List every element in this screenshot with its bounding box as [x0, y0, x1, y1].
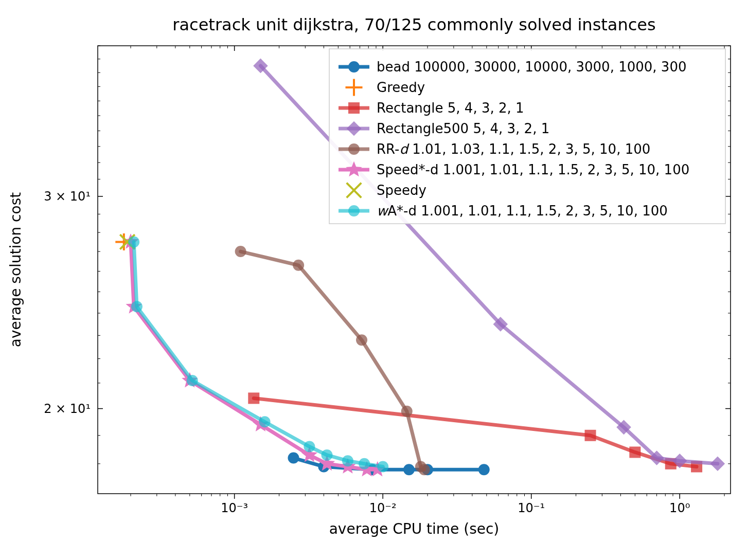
svg-point-145 — [419, 464, 430, 475]
svg-point-159 — [187, 375, 198, 386]
x-tick-label: 10⁻¹ — [518, 501, 545, 515]
svg-point-168 — [348, 61, 360, 73]
chart-title: racetrack unit dijkstra, 70/125 commonly… — [172, 15, 655, 34]
legend-entry: wA*-d 1.001, 1.01, 1.1, 1.5, 2, 3, 5, 10… — [377, 203, 668, 219]
x-axis-label: average CPU time (sec) — [329, 520, 500, 537]
x-tick-label: 10⁰ — [669, 501, 690, 515]
svg-point-163 — [342, 455, 353, 466]
svg-point-158 — [131, 301, 143, 312]
svg-point-164 — [359, 458, 370, 469]
y-tick-label: 3 × 10¹ — [44, 189, 91, 204]
svg-point-160 — [259, 416, 271, 427]
svg-point-121 — [478, 464, 490, 475]
legend-entry: RR-d 1.01, 1.03, 1.1, 1.5, 2, 3, 5, 10, … — [377, 141, 650, 157]
y-tick-label: 2 × 10¹ — [44, 402, 91, 416]
svg-point-165 — [377, 461, 388, 472]
legend-entry: Rectangle500 5, 4, 3, 2, 1 — [377, 121, 549, 136]
legend-entry: Speedy — [377, 183, 426, 198]
x-tick-label: 10⁻² — [369, 501, 397, 515]
svg-point-142 — [356, 334, 367, 346]
svg-point-161 — [304, 441, 315, 452]
series-line — [241, 251, 424, 469]
svg-point-182 — [348, 205, 360, 216]
svg-rect-172 — [348, 102, 360, 114]
series-line — [131, 242, 378, 469]
svg-marker-139 — [710, 457, 725, 472]
series-line — [134, 242, 383, 466]
svg-rect-131 — [629, 446, 641, 458]
svg-rect-129 — [248, 392, 259, 404]
legend: bead 100000, 30000, 10000, 3000, 1000, 3… — [329, 49, 725, 224]
svg-point-143 — [401, 406, 413, 417]
svg-point-140 — [235, 246, 246, 257]
legend-entry: Speed*-d 1.001, 1.01, 1.1, 1.5, 2, 3, 5,… — [377, 162, 689, 177]
legend-entry: bead 100000, 30000, 10000, 3000, 1000, 3… — [377, 59, 686, 75]
svg-point-176 — [348, 143, 360, 155]
chart-svg: 10⁻³10⁻²10⁻¹10⁰2 × 10¹3 × 10¹average CPU… — [0, 0, 747, 560]
svg-point-157 — [128, 236, 139, 247]
svg-point-123 — [403, 464, 415, 475]
svg-point-162 — [321, 449, 332, 461]
chart-container: 10⁻³10⁻²10⁻¹10⁰2 × 10¹3 × 10¹average CPU… — [0, 0, 747, 560]
legend-entry: Rectangle 5, 4, 3, 2, 1 — [377, 100, 524, 116]
y-axis-label: average solution cost — [7, 192, 24, 347]
svg-point-126 — [288, 453, 299, 464]
svg-point-141 — [293, 260, 304, 271]
svg-rect-130 — [585, 430, 596, 441]
legend-entry: Greedy — [377, 80, 425, 95]
x-tick-label: 10⁻³ — [221, 501, 248, 515]
